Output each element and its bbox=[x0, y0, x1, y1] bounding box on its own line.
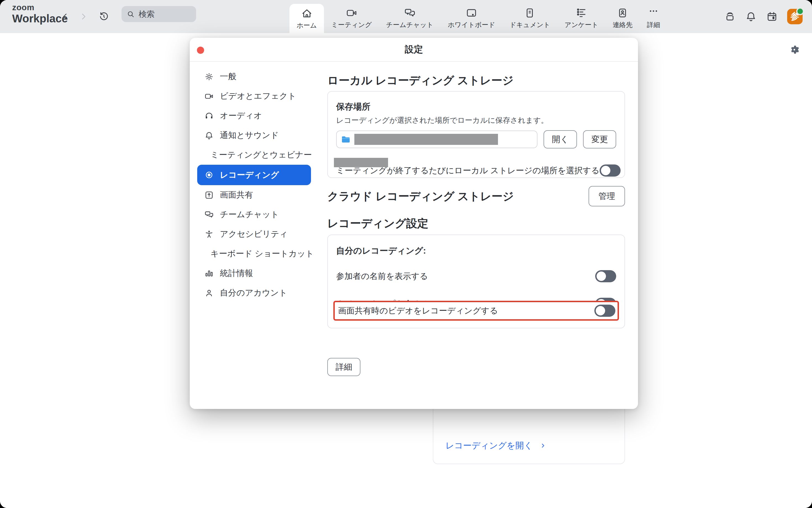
app-window: zoom Workplace ホーム bbox=[0, 0, 812, 508]
advanced-button[interactable]: 詳細 bbox=[327, 358, 360, 376]
cloud-storage-heading: クラウド レコーディング ストレージ bbox=[327, 189, 514, 204]
sidebar-item-audio[interactable]: オーディオ bbox=[197, 106, 311, 126]
tab-meetings[interactable]: ミーティング bbox=[324, 0, 379, 33]
main-tabs: ホーム ミーティング チームチャット ホワイトボード bbox=[289, 0, 667, 33]
presence-dot bbox=[796, 7, 804, 15]
record-icon bbox=[204, 170, 214, 180]
whiteboard-icon bbox=[466, 7, 477, 19]
sidebar-item-my-account[interactable]: 自分のアカウント bbox=[197, 283, 311, 303]
top-bar: zoom Workplace ホーム bbox=[0, 0, 812, 33]
redacted-path-text bbox=[354, 134, 498, 145]
open-folder-button[interactable]: 開く bbox=[544, 130, 577, 149]
connect-device-button[interactable] bbox=[724, 11, 736, 23]
chat-icon bbox=[204, 210, 214, 219]
save-location-field[interactable] bbox=[336, 130, 537, 148]
folder-icon bbox=[341, 134, 351, 144]
sidebar-item-notifications-sounds[interactable]: 通知とサウンド bbox=[197, 126, 311, 145]
settings-sidebar: 一般 ビデオとエフェクト オーディオ 通知とサウンド ミーティングとウェビナー bbox=[197, 67, 311, 303]
team-chat-icon bbox=[404, 7, 416, 19]
record-video-during-share-toggle[interactable] bbox=[594, 305, 615, 317]
show-participant-names-row: 参加者の名前を表示する bbox=[336, 268, 616, 284]
tab-contacts[interactable]: 連絡先 bbox=[606, 0, 640, 33]
search-icon bbox=[126, 10, 135, 18]
recording-settings-heading: レコーディング設定 bbox=[327, 216, 428, 231]
tab-whiteboard[interactable]: ホワイトボード bbox=[440, 0, 502, 33]
avatar[interactable]: 参 bbox=[787, 9, 803, 24]
forward-button[interactable] bbox=[77, 10, 90, 23]
sidebar-item-accessibility[interactable]: アクセシビリティ bbox=[197, 224, 311, 244]
my-recordings-label: 自分のレコーディング: bbox=[336, 245, 616, 257]
person-icon bbox=[204, 288, 214, 298]
sidebar-item-statistics[interactable]: 統計情報 bbox=[197, 263, 311, 283]
highlighted-setting-row: 画面共有時のビデオをレコーディングする bbox=[333, 301, 619, 321]
local-storage-heading: ローカル レコーディング ストレージ bbox=[327, 73, 513, 88]
bell-icon bbox=[745, 11, 757, 23]
show-participant-names-toggle[interactable] bbox=[595, 270, 616, 282]
headphones-icon bbox=[204, 111, 214, 121]
tab-team-chat[interactable]: チームチャット bbox=[379, 0, 440, 33]
sidebar-item-screen-share[interactable]: 画面共有 bbox=[197, 185, 311, 205]
video-icon bbox=[204, 92, 214, 101]
contacts-icon bbox=[617, 7, 628, 19]
tab-surveys[interactable]: アンケート bbox=[557, 0, 606, 33]
settings-dialog: 設定 一般 ビデオとエフェクト オーディオ 通知とサウンド bbox=[190, 38, 638, 409]
record-video-during-share-label: 画面共有時のビデオをレコーディングする bbox=[338, 305, 498, 316]
history-icon bbox=[98, 11, 109, 22]
open-recordings-link[interactable]: レコーディングを開く bbox=[446, 440, 546, 452]
close-button[interactable] bbox=[197, 47, 204, 54]
chevron-left-icon bbox=[61, 12, 70, 21]
local-storage-card: 保存場所 レコーディングが選択された場所でローカルに保存されます。 開く 変更 bbox=[327, 91, 625, 178]
surveys-icon bbox=[576, 7, 587, 19]
meetings-icon bbox=[346, 7, 357, 19]
chevron-right-icon bbox=[540, 442, 546, 449]
sidebar-item-team-chat[interactable]: チームチャット bbox=[197, 205, 311, 224]
search-input[interactable] bbox=[138, 9, 183, 19]
recording-settings-card: 自分のレコーディング: 参加者の名前を表示する タイムスタンプを含める 画面共有… bbox=[327, 235, 625, 328]
choose-location-label: ミーティングが終了するたびにローカル ストレージの場所を選択する bbox=[336, 165, 600, 176]
tab-docs[interactable]: ドキュメント bbox=[502, 0, 557, 33]
cast-icon bbox=[724, 11, 736, 23]
more-icon bbox=[648, 7, 659, 19]
dialog-header: 設定 bbox=[190, 38, 638, 62]
notifications-button[interactable] bbox=[745, 11, 757, 23]
gear-icon bbox=[789, 44, 800, 55]
docs-icon bbox=[524, 7, 536, 19]
cloud-storage-row: クラウド レコーディング ストレージ 管理 bbox=[327, 186, 625, 206]
sidebar-item-recording[interactable]: レコーディング bbox=[197, 165, 311, 185]
search-box[interactable] bbox=[121, 6, 196, 22]
sidebar-item-general[interactable]: 一般 bbox=[197, 67, 311, 86]
home-icon bbox=[301, 8, 313, 19]
stats-icon bbox=[204, 269, 214, 278]
accessibility-icon bbox=[204, 229, 214, 239]
back-button[interactable] bbox=[59, 10, 72, 23]
sidebar-item-video-effects[interactable]: ビデオとエフェクト bbox=[197, 86, 311, 106]
sidebar-item-keyboard-shortcuts[interactable]: キーボード ショートカット bbox=[197, 244, 311, 263]
save-location-desc: レコーディングが選択された場所でローカルに保存されます。 bbox=[336, 115, 616, 125]
choose-location-toggle[interactable] bbox=[600, 164, 621, 177]
change-folder-button[interactable]: 変更 bbox=[583, 130, 616, 149]
choose-location-row: ミーティングが終了するたびにローカル ストレージの場所を選択する bbox=[336, 163, 616, 178]
manage-button[interactable]: 管理 bbox=[588, 186, 625, 206]
dialog-title: 設定 bbox=[405, 43, 423, 56]
chevron-right-icon bbox=[79, 12, 88, 21]
save-location-label: 保存場所 bbox=[336, 101, 616, 113]
calendar-icon bbox=[766, 11, 778, 23]
share-screen-icon bbox=[204, 190, 214, 200]
tab-more[interactable]: 詳細 bbox=[640, 0, 667, 33]
history-button[interactable] bbox=[97, 10, 111, 23]
home-settings-button[interactable] bbox=[789, 44, 800, 55]
bell-icon bbox=[204, 131, 214, 140]
gear-icon bbox=[204, 72, 214, 81]
sidebar-item-meetings-webinars[interactable]: ミーティングとウェビナー bbox=[197, 145, 311, 165]
content-area: レコーディングを開く 設定 一般 ビデオとエフェクト bbox=[0, 33, 812, 508]
calendar-button[interactable] bbox=[766, 11, 778, 23]
tab-home[interactable]: ホーム bbox=[289, 4, 324, 33]
